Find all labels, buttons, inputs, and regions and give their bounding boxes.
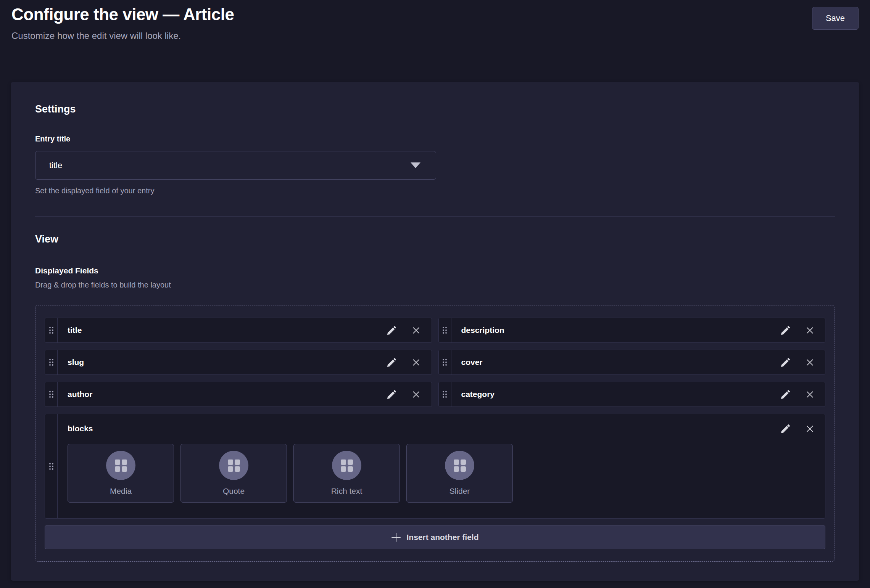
entry-title-value: title xyxy=(49,161,62,170)
component-tile-label: Media xyxy=(110,487,132,496)
row-actions xyxy=(781,350,825,374)
field-row-author: author xyxy=(45,382,432,407)
component-icon xyxy=(332,451,361,480)
edit-icon[interactable] xyxy=(387,358,396,367)
insert-field-button[interactable]: Insert another field xyxy=(45,525,825,549)
section-divider xyxy=(35,216,835,217)
edit-icon[interactable] xyxy=(387,326,396,335)
field-name: cover xyxy=(451,358,781,367)
view-heading: View xyxy=(35,233,835,246)
row-actions xyxy=(781,318,825,342)
page-titles: Configure the view — Article Customize h… xyxy=(11,4,234,42)
view-section: View Displayed Fields Drag & drop the fi… xyxy=(35,233,835,562)
field-name: slug xyxy=(58,358,387,367)
drag-handle-icon[interactable] xyxy=(439,318,451,342)
component-tile-quote[interactable]: Quote xyxy=(180,444,287,503)
component-tile-rich-text[interactable]: Rich text xyxy=(293,444,400,503)
component-tile-label: Quote xyxy=(223,487,245,496)
content-panel: Settings Entry title title Set the displ… xyxy=(11,82,859,581)
drag-handle-icon[interactable] xyxy=(45,382,58,406)
drag-handle-icon[interactable] xyxy=(45,318,58,342)
edit-icon[interactable] xyxy=(781,326,790,335)
remove-icon[interactable] xyxy=(412,390,421,399)
remove-icon[interactable] xyxy=(805,424,814,433)
row-actions xyxy=(387,318,432,342)
field-name: category xyxy=(451,390,781,399)
field-row-title: title xyxy=(45,318,432,343)
displayed-fields-title: Displayed Fields xyxy=(35,266,835,275)
component-icon xyxy=(106,451,135,480)
settings-heading: Settings xyxy=(35,103,835,116)
entry-title-hint: Set the displayed field of your entry xyxy=(35,186,835,196)
field-row-blocks: blocks xyxy=(45,414,825,519)
fields-grid: title description xyxy=(45,318,825,549)
drag-handle-icon[interactable] xyxy=(439,350,451,374)
page-header: Configure the view — Article Customize h… xyxy=(11,0,859,42)
field-row-description: description xyxy=(438,318,826,343)
configure-view-page: Configure the view — Article Customize h… xyxy=(0,0,870,581)
component-tile-media[interactable]: Media xyxy=(68,444,174,503)
settings-section: Settings Entry title title Set the displ… xyxy=(35,103,835,196)
row-actions xyxy=(781,382,825,406)
field-row-cover: cover xyxy=(438,350,826,375)
fields-dropzone: title description xyxy=(35,305,835,562)
row-actions xyxy=(387,382,432,406)
drag-handle-icon[interactable] xyxy=(45,414,58,518)
edit-icon[interactable] xyxy=(781,390,790,399)
blocks-body: blocks xyxy=(58,414,825,518)
chevron-down-icon xyxy=(411,162,420,168)
component-tile-label: Rich text xyxy=(331,487,362,496)
remove-icon[interactable] xyxy=(412,326,421,335)
row-actions xyxy=(781,424,825,433)
drag-handle-icon[interactable] xyxy=(439,382,451,406)
displayed-fields-subtitle: Drag & drop the fields to build the layo… xyxy=(35,280,835,290)
edit-icon[interactable] xyxy=(781,358,790,367)
field-name: title xyxy=(58,326,387,335)
entry-title-label: Entry title xyxy=(35,135,835,143)
field-name: blocks xyxy=(68,424,93,433)
save-button[interactable]: Save xyxy=(812,7,859,30)
page-subtitle: Customize how the edit view will look li… xyxy=(11,29,234,42)
component-tiles: Media Quote xyxy=(68,444,825,503)
field-row-category: category xyxy=(438,382,826,407)
page-title: Configure the view — Article xyxy=(11,4,234,25)
field-row-slug: slug xyxy=(45,350,432,375)
remove-icon[interactable] xyxy=(412,358,421,367)
remove-icon[interactable] xyxy=(805,390,814,399)
field-name: description xyxy=(451,326,781,335)
component-tile-slider[interactable]: Slider xyxy=(406,444,513,503)
entry-title-select[interactable]: title xyxy=(35,151,436,180)
component-tile-label: Slider xyxy=(450,487,470,496)
drag-handle-icon[interactable] xyxy=(45,350,58,374)
edit-icon[interactable] xyxy=(781,424,790,433)
plus-icon xyxy=(391,532,401,542)
edit-icon[interactable] xyxy=(387,390,396,399)
component-icon xyxy=(219,451,248,480)
blocks-header: blocks xyxy=(68,424,825,433)
field-name: author xyxy=(58,390,387,399)
insert-field-label: Insert another field xyxy=(406,533,478,542)
remove-icon[interactable] xyxy=(805,326,814,335)
remove-icon[interactable] xyxy=(805,358,814,367)
component-icon xyxy=(445,451,474,480)
row-actions xyxy=(387,350,432,374)
